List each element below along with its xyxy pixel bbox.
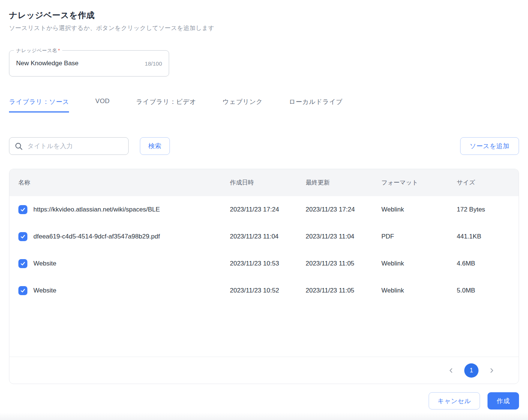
- source-tabs: ライブラリ：ソース VOD ライブラリ：ビデオ ウェブリンク ローカルドライブ: [9, 98, 519, 112]
- row-checkbox[interactable]: [18, 259, 27, 268]
- tab-local-drive[interactable]: ローカルドライブ: [289, 98, 343, 112]
- knowledge-base-name-label: ナレッジベース名*: [14, 47, 62, 54]
- created-at: 2023/11/23 11:04: [230, 233, 306, 240]
- source-name: Website: [33, 260, 56, 267]
- table-empty-space: [9, 304, 519, 357]
- search-input[interactable]: [27, 142, 123, 150]
- column-header-size: サイズ: [457, 179, 519, 187]
- format: PDF: [381, 233, 457, 240]
- knowledge-base-name-field: ナレッジベース名* 18/100: [9, 50, 169, 76]
- created-at: 2023/11/23 17:24: [230, 206, 306, 213]
- search-icon: [15, 142, 23, 150]
- source-name: dfeea619-c4d5-4514-9dcf-af3547a98b29.pdf: [33, 233, 160, 240]
- row-checkbox[interactable]: [18, 232, 27, 241]
- column-header-name: 名称: [9, 179, 230, 187]
- format: Weblink: [381, 206, 457, 213]
- tab-weblink[interactable]: ウェブリンク: [222, 98, 262, 112]
- table-header-row: 名称 作成日時 最終更新 フォーマット サイズ: [9, 169, 519, 196]
- page-subtitle: ソースリストから選択するか、ボタンをクリックしてソースを追加します: [9, 24, 519, 32]
- size: 172 Bytes: [457, 206, 519, 213]
- size: 4.6MB: [457, 260, 519, 267]
- table-row[interactable]: Website 2023/11/23 10:53 2023/11/23 11:0…: [9, 250, 519, 277]
- add-source-button[interactable]: ソースを追加: [460, 137, 519, 155]
- table-row[interactable]: https://kkvideo.atlassian.net/wiki/space…: [9, 196, 519, 223]
- updated-at: 2023/11/23 17:24: [306, 206, 381, 213]
- search-button[interactable]: 検索: [140, 137, 170, 155]
- table-row[interactable]: Website 2023/11/23 10:52 2023/11/23 11:0…: [9, 277, 519, 304]
- column-header-updated: 最終更新: [306, 179, 381, 187]
- column-header-format: フォーマット: [381, 179, 457, 187]
- pagination: 1: [9, 357, 519, 384]
- cancel-button[interactable]: キャンセル: [429, 392, 480, 410]
- tab-library-video[interactable]: ライブラリ：ビデオ: [136, 98, 196, 112]
- created-at: 2023/11/23 10:52: [230, 287, 306, 294]
- check-icon: [20, 261, 26, 266]
- tab-library-source[interactable]: ライブラリ：ソース: [9, 98, 69, 112]
- create-button[interactable]: 作成: [488, 392, 519, 410]
- chevron-right-icon: [489, 368, 494, 373]
- column-header-created: 作成日時: [230, 179, 306, 187]
- sources-table: 名称 作成日時 最終更新 フォーマット サイズ https://kkvideo.…: [9, 169, 519, 384]
- next-page-button[interactable]: [485, 364, 498, 377]
- search-row: 検索 ソースを追加: [9, 137, 519, 155]
- check-icon: [20, 234, 26, 239]
- created-at: 2023/11/23 10:53: [230, 260, 306, 267]
- size: 441.1KB: [457, 233, 519, 240]
- required-asterisk: *: [58, 48, 60, 53]
- footer-actions: キャンセル 作成: [9, 392, 519, 410]
- character-counter: 18/100: [145, 60, 162, 67]
- updated-at: 2023/11/23 11:05: [306, 260, 381, 267]
- source-name: Website: [33, 287, 56, 294]
- source-name: https://kkvideo.atlassian.net/wiki/space…: [33, 206, 160, 213]
- page-number-button[interactable]: 1: [464, 363, 478, 378]
- updated-at: 2023/11/23 11:04: [306, 233, 381, 240]
- search-box: [9, 137, 129, 155]
- previous-page-button[interactable]: [445, 364, 458, 377]
- chevron-left-icon: [448, 368, 454, 373]
- row-checkbox[interactable]: [18, 205, 27, 214]
- table-row[interactable]: dfeea619-c4d5-4514-9dcf-af3547a98b29.pdf…: [9, 223, 519, 250]
- format: Weblink: [381, 287, 457, 294]
- knowledge-base-name-input[interactable]: [16, 60, 141, 67]
- row-checkbox[interactable]: [18, 286, 27, 295]
- check-icon: [20, 207, 26, 212]
- format: Weblink: [381, 260, 457, 267]
- create-knowledge-base-page: ナレッジベースを作成 ソースリストから選択するか、ボタンをクリックしてソースを追…: [0, 0, 528, 420]
- page-bottom-edge: [0, 412, 528, 420]
- updated-at: 2023/11/23 11:05: [306, 287, 381, 294]
- page-title: ナレッジベースを作成: [9, 10, 519, 21]
- size: 5.0MB: [457, 287, 519, 294]
- check-icon: [20, 288, 26, 293]
- tab-vod[interactable]: VOD: [95, 98, 110, 112]
